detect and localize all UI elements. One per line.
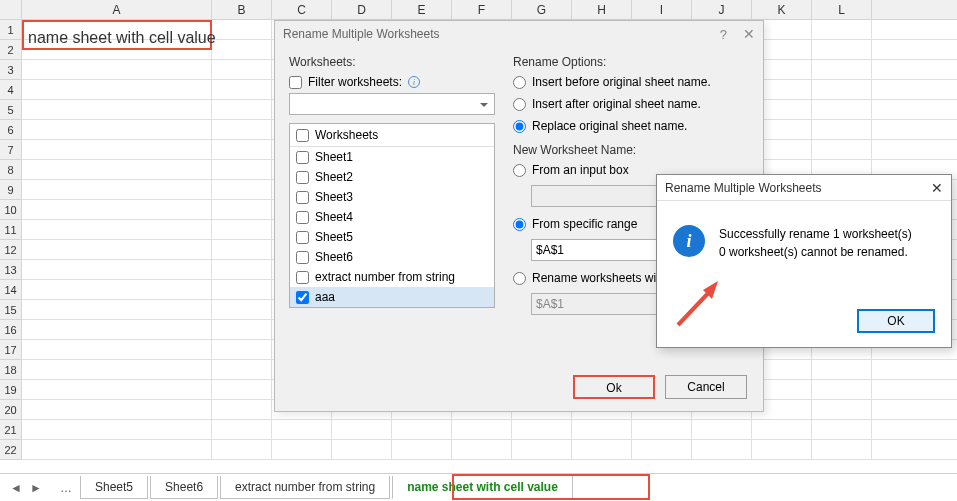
msgbox-ok-button[interactable]: OK [857,309,935,333]
worksheet-checkbox[interactable] [296,211,309,224]
filter-combo[interactable] [289,93,495,115]
row-header[interactable]: 15 [0,300,21,320]
msgbox-titlebar[interactable]: Rename Multiple Worksheets ✕ [657,175,951,201]
row-header[interactable]: 13 [0,260,21,280]
radio-insert-before-label: Insert before original sheet name. [532,75,711,89]
list-header-label: Worksheets [315,128,378,142]
worksheet-item[interactable]: aaa [290,287,494,307]
row-header[interactable]: 21 [0,420,21,440]
row-header[interactable]: 14 [0,280,21,300]
row-header[interactable]: 12 [0,240,21,260]
tab-nav-next-icon[interactable]: ► [28,480,44,496]
col-header-L[interactable]: L [812,0,872,19]
radio-replace-label: Replace original sheet name. [532,119,687,133]
worksheet-label: Sheet2 [315,170,353,184]
row-header[interactable]: 2 [0,40,21,60]
radio-input-box-label: From an input box [532,163,629,177]
col-header-I[interactable]: I [632,0,692,19]
worksheet-item[interactable]: Sheet6 [290,247,494,267]
radio-insert-after[interactable] [513,98,526,111]
col-header-D[interactable]: D [332,0,392,19]
col-header-K[interactable]: K [752,0,812,19]
radio-insert-before[interactable] [513,76,526,89]
sheet-tab[interactable]: Sheet6 [150,476,218,499]
help-icon[interactable]: ? [720,27,727,42]
radio-input-box[interactable] [513,164,526,177]
worksheet-item[interactable]: Sheet3 [290,187,494,207]
row-header[interactable]: 7 [0,140,21,160]
row-header[interactable]: 6 [0,120,21,140]
worksheet-label: Sheet3 [315,190,353,204]
col-header-G[interactable]: G [512,0,572,19]
row-header[interactable]: 11 [0,220,21,240]
worksheet-checkbox[interactable] [296,251,309,264]
row-header[interactable]: 8 [0,160,21,180]
row-header[interactable]: 10 [0,200,21,220]
col-header-H[interactable]: H [572,0,632,19]
col-header-F[interactable]: F [452,0,512,19]
row-header[interactable]: 5 [0,100,21,120]
sheet-tab[interactable]: extract number from string [220,476,390,499]
col-header-E[interactable]: E [392,0,452,19]
row-header[interactable]: 1 [0,20,21,40]
worksheet-item[interactable]: Sheet4 [290,207,494,227]
ok-button[interactable]: Ok [573,375,655,399]
rename-options-label: Rename Options: [513,55,749,69]
tab-overflow-icon[interactable]: … [52,481,80,495]
row-headers: 12345678910111213141516171819202122 [0,20,22,460]
worksheet-item[interactable]: Sheet2 [290,167,494,187]
info-icon: i [673,225,705,257]
filter-checkbox[interactable] [289,76,302,89]
row-header[interactable]: 3 [0,60,21,80]
worksheet-label: Sheet1 [315,150,353,164]
column-headers: A B C D E F G H I J K L [0,0,957,20]
msgbox-line1: Successfully rename 1 worksheet(s) [719,225,912,243]
dialog-titlebar[interactable]: Rename Multiple Worksheets ? ✕ [275,21,763,47]
worksheet-label: extract number from string [315,270,455,284]
worksheet-checkbox[interactable] [296,271,309,284]
radio-specific-range[interactable] [513,218,526,231]
msgbox-title: Rename Multiple Worksheets [665,181,931,195]
row-header[interactable]: 22 [0,440,21,460]
radio-specific-range-label: From specific range [532,217,637,231]
info-icon[interactable]: i [408,76,420,88]
worksheet-label: Sheet5 [315,230,353,244]
worksheet-item[interactable]: Sheet5 [290,227,494,247]
worksheet-label: Sheet6 [315,250,353,264]
radio-insert-after-label: Insert after original sheet name. [532,97,701,111]
row-header[interactable]: 19 [0,380,21,400]
row-header[interactable]: 16 [0,320,21,340]
cancel-button[interactable]: Cancel [665,375,747,399]
worksheet-checkbox[interactable] [296,231,309,244]
close-icon[interactable]: ✕ [743,26,755,42]
col-header-J[interactable]: J [692,0,752,19]
radio-rename-with-cell[interactable] [513,272,526,285]
msgbox-close-icon[interactable]: ✕ [931,180,943,196]
worksheet-label: aaa [315,290,335,304]
col-header-B[interactable]: B [212,0,272,19]
worksheet-label: Sheet4 [315,210,353,224]
worksheet-item[interactable]: extract number from string [290,267,494,287]
row-header[interactable]: 4 [0,80,21,100]
worksheet-checkbox[interactable] [296,171,309,184]
worksheet-checkbox[interactable] [296,151,309,164]
sheet-tab-active[interactable]: name sheet with cell value [392,476,573,499]
select-all-checkbox[interactable] [296,129,309,142]
cell-a1-value[interactable]: name sheet with cell value [28,29,216,47]
select-all-corner[interactable] [0,0,22,19]
row-header[interactable]: 20 [0,400,21,420]
filter-label: Filter worksheets: [308,75,402,89]
col-header-A[interactable]: A [22,0,212,19]
sheet-tab[interactable]: Sheet5 [80,476,148,499]
col-header-C[interactable]: C [272,0,332,19]
radio-replace[interactable] [513,120,526,133]
tab-nav-prev-icon[interactable]: ◄ [8,480,24,496]
worksheet-checkbox[interactable] [296,291,309,304]
row-header[interactable]: 17 [0,340,21,360]
worksheet-checkbox[interactable] [296,191,309,204]
msgbox-line2: 0 worksheet(s) cannot be renamed. [719,243,912,261]
new-name-label: New Worksheet Name: [513,143,749,157]
row-header[interactable]: 18 [0,360,21,380]
row-header[interactable]: 9 [0,180,21,200]
worksheet-item[interactable]: Sheet1 [290,147,494,167]
